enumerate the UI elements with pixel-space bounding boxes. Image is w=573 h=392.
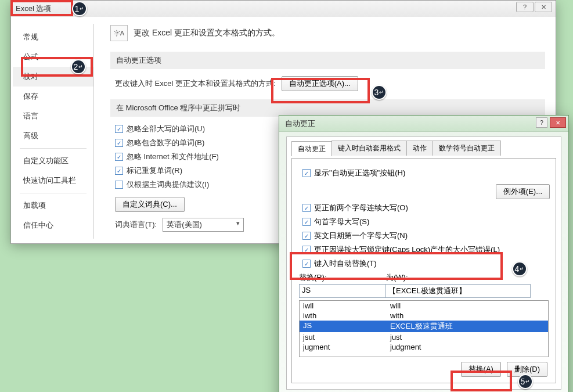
checkbox-label: 键入时自动替换(T) <box>314 258 377 269</box>
checkbox-ignore-numbers[interactable] <box>115 139 123 147</box>
autocorrect-list[interactable]: iwllwill iwthwith JSEXCEL极速贯通班 jsutjust … <box>299 300 549 357</box>
tab-actions[interactable]: 动作 <box>406 141 433 156</box>
with-label: 为(W): <box>386 272 408 283</box>
sidebar-item-advanced[interactable]: 高级 <box>13 126 93 146</box>
tab-autocorrect[interactable]: 自动更正 <box>291 141 332 156</box>
sidebar-item-trust-center[interactable]: 信任中心 <box>13 215 93 235</box>
custom-dictionary-button[interactable]: 自定义词典(C)... <box>115 197 185 212</box>
section-spelling-title: 在 Microsoft Office 程序中更正拼写时 <box>110 99 545 117</box>
section-autocorrect-title: 自动更正选项 <box>110 52 545 69</box>
dictionary-language-combo[interactable]: 英语(美国) <box>163 218 244 232</box>
checkbox-replace-typing[interactable] <box>302 260 311 268</box>
section-autocorrect-text: 更改键入时 Excel 更正文本和设置其格式的方式: <box>115 78 276 89</box>
with-input[interactable]: 【EXCEL极速贯通班】 <box>385 284 531 298</box>
titlebar: Excel 选项 ? ✕ <box>11 1 556 17</box>
checkbox-label: 仅根据主词典提供建议(I) <box>127 179 209 190</box>
checkbox-two-caps[interactable] <box>302 204 311 212</box>
sidebar-divider <box>20 193 87 193</box>
checkbox-label: 忽略 Internet 和文件地址(F) <box>127 152 219 162</box>
checkbox-show-ac-button[interactable] <box>302 169 311 177</box>
list-item-selected: JSEXCEL极速贯通班 <box>300 321 548 332</box>
step-badge-2: 2↵ <box>71 59 86 74</box>
sidebar-item-quick-access[interactable]: 快速访问工具栏 <box>13 171 93 190</box>
sidebar-item-save[interactable]: 保存 <box>13 87 93 106</box>
autocorrect-dialog: 自动更正 ? ✕ 自动更正 键入时自动套用格式 动作 数学符号自动更正 显示"自… <box>279 115 569 392</box>
checkbox-flag-repeated[interactable] <box>115 167 123 175</box>
autocorrect-title-text: 自动更正 <box>285 118 315 129</box>
checkbox-ignore-internet[interactable] <box>115 153 123 161</box>
dictionary-language-label: 词典语言(T): <box>115 220 157 230</box>
replace-input[interactable]: JS <box>299 284 386 298</box>
replace-label: 替换(R): <box>299 272 386 283</box>
sidebar-divider <box>20 148 87 149</box>
step-badge-1: 1↵ <box>72 1 87 16</box>
list-item: jsutjust <box>300 332 548 342</box>
checkbox-main-dict-only[interactable] <box>115 181 123 189</box>
proofing-icon: 字A <box>110 25 128 41</box>
autocorrect-help-button[interactable]: ? <box>536 117 547 128</box>
help-button[interactable]: ? <box>516 2 534 12</box>
tab-autoformat[interactable]: 键入时自动套用格式 <box>331 141 407 156</box>
step-badge-5: 5↵ <box>518 374 533 389</box>
checkbox-cap-sentence[interactable] <box>302 218 311 226</box>
autocorrect-close-button[interactable]: ✕ <box>550 117 566 128</box>
close-button[interactable]: ✕ <box>535 2 552 12</box>
checkbox-label: 更正因误按大写锁定键(Caps Lock)产生的大小写错误(L) <box>314 244 500 255</box>
sidebar-item-customize-ribbon[interactable]: 自定义功能区 <box>13 151 93 171</box>
list-item: iwthwith <box>300 311 548 321</box>
main-heading: 更改 Excel 更正和设置文本格式的方式。 <box>134 28 280 38</box>
checkbox-label: 忽略全部大写的单词(U) <box>127 124 205 134</box>
sidebar-item-language[interactable]: 语言 <box>13 106 93 126</box>
checkbox-label: 句首字母大写(S) <box>314 217 369 227</box>
sidebar-item-addins[interactable]: 加载项 <box>13 196 93 215</box>
replace-button[interactable]: 替换(A) <box>461 362 501 377</box>
checkbox-label: 忽略包含数字的单词(B) <box>127 138 204 148</box>
exceptions-button[interactable]: 例外项(E)... <box>496 184 550 199</box>
checkbox-label: 标记重复单词(R) <box>127 166 182 176</box>
autocorrect-titlebar: 自动更正 ? ✕ <box>279 116 568 132</box>
window-title: Excel 选项 <box>16 3 51 14</box>
list-item: iwllwill <box>300 301 548 311</box>
checkbox-capslock[interactable] <box>302 246 311 254</box>
list-item: jugmentjudgment <box>300 342 548 352</box>
autocorrect-tabs: 自动更正 键入时自动套用格式 动作 数学符号自动更正 <box>291 141 556 156</box>
step-badge-3: 3↵ <box>372 85 387 100</box>
step-badge-4: 4↵ <box>512 261 527 276</box>
checkbox-label: 更正前两个字母连续大写(O) <box>314 203 408 213</box>
sidebar: 常规 公式 校对 保存 语言 高级 自定义功能区 快速访问工具栏 加载项 信任中… <box>13 24 94 239</box>
checkbox-label: 英文日期第一个字母大写(N) <box>314 231 408 241</box>
checkbox-cap-day[interactable] <box>302 232 311 240</box>
window-controls: ? ✕ <box>516 2 552 12</box>
tab-math[interactable]: 数学符号自动更正 <box>433 141 501 156</box>
checkbox-label: 显示"自动更正选项"按钮(H) <box>314 168 405 178</box>
sidebar-item-general[interactable]: 常规 <box>13 27 93 47</box>
autocorrect-options-button[interactable]: 自动更正选项(A)... <box>282 76 358 91</box>
checkbox-ignore-uppercase[interactable] <box>115 125 123 133</box>
